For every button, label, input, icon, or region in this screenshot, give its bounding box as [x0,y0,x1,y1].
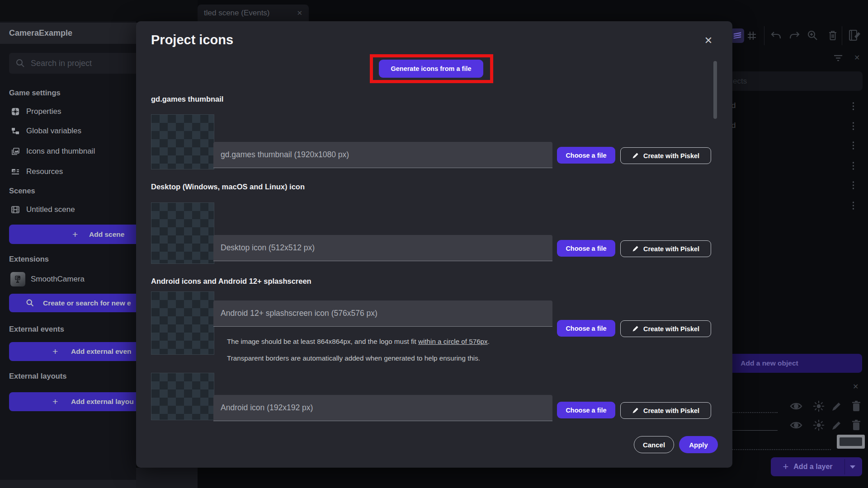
search-in-project-input[interactable]: Search in project [9,53,145,74]
panel-close-icon[interactable]: ✕ [854,53,860,62]
pen-icon [632,325,639,332]
sidebar-item-icons-and-thumbnail[interactable]: Icons and thumbnail [11,144,95,159]
object-row-menu-icon[interactable] [852,201,856,211]
add-external-events-button[interactable]: + Add external even [9,342,145,361]
piskel-label: Create with Piskel [643,152,699,160]
add-layer-label: Add a layer [793,463,832,471]
dialog-title: Project icons [151,33,233,47]
edit-scene-button[interactable] [848,29,862,42]
search-placeholder: Search in project [31,59,92,68]
sidebar-item-properties[interactable]: Properties [11,104,61,119]
choose-file-button[interactable]: Choose a file [557,402,615,418]
layer-edit-button[interactable] [831,420,842,431]
create-or-search-extension-button[interactable]: Create or search for new e [9,294,145,312]
scroll-thumb[interactable] [837,435,865,449]
layer-delete-button[interactable] [851,400,861,412]
instances-list-button[interactable] [731,28,744,43]
layer-visibility-button[interactable] [789,420,803,431]
sidebar-item-global-variables[interactable]: Global variables [11,123,81,139]
gear-icon [11,107,20,116]
create-with-piskel-button[interactable]: Create with Piskel [620,147,711,164]
helper-line-1: The image should be at least 864x864px, … [227,333,498,350]
trash-icon [851,419,861,431]
layer-edit-button[interactable] [831,401,842,412]
section-label-android: Android icons and Android 12+ splashscre… [151,277,311,286]
piskel-label: Create with Piskel [643,325,699,333]
android-splashscreen-input[interactable]: Android 12+ splashscreen icon (576x576 p… [213,300,552,327]
button-divider [844,459,845,474]
sidebar-item-label: Untitled scene [26,205,75,214]
choose-file-button[interactable]: Choose a file [557,320,615,337]
trash-icon [851,400,861,412]
zoom-in-button[interactable] [807,30,818,42]
chevron-down-icon[interactable] [850,465,855,469]
redo-button[interactable] [789,31,801,41]
add-scene-button[interactable]: + Add scene [9,225,145,244]
notebook-edit-icon [848,29,862,42]
layer-row-divider [732,412,778,413]
choose-file-button[interactable]: Choose a file [557,240,615,257]
grid-button[interactable] [746,30,757,41]
object-row-menu-icon[interactable] [852,141,856,150]
toolbar-separator [764,26,764,45]
layer-effects-button[interactable] [812,419,825,432]
filter-icon [833,54,843,62]
desktop-icon-input[interactable]: Desktop icon (512x512 px) [213,235,552,261]
sidebar-item-smoothcamera[interactable]: SmoothCamera [10,272,85,287]
section-external-events: External events [9,324,64,333]
section-external-layouts: External layouts [9,371,66,380]
effects-sun-icon [812,419,825,432]
add-external-layouts-button[interactable]: + Add external layou [9,392,145,411]
scene-film-icon [11,205,20,214]
create-with-piskel-button[interactable]: Create with Piskel [620,320,711,337]
layer-delete-button[interactable] [851,419,861,431]
helper-underlined-text: within a circle of 576px [418,338,488,345]
pen-icon [632,152,639,159]
dialog-scrollbar[interactable] [713,61,717,119]
dialog-close-icon[interactable]: ✕ [700,34,717,47]
eye-icon [789,401,803,412]
trash-icon [827,30,838,42]
create-with-piskel-button[interactable]: Create with Piskel [620,240,711,257]
create-with-piskel-button[interactable]: Create with Piskel [620,402,711,419]
resources-icon [11,167,20,176]
input-hint: gd.games thumbnail (868x488 px) [221,150,349,160]
object-row-menu-icon[interactable] [852,121,856,131]
sidebar-item-untitled-scene[interactable]: Untitled scene [11,202,75,217]
delete-button[interactable] [827,30,838,42]
layer-effects-button[interactable] [812,400,825,413]
input-hint: Android icon (192x192 px) [221,403,313,413]
plus-icon: + [783,461,788,473]
scroll-thumb-inner [840,437,862,446]
sidebar-item-label: Icons and thumbnail [26,147,95,156]
helper-line-2: Transparent borders are automatically ad… [227,350,498,366]
android-icon-input[interactable]: Android icon (192x192 px) [213,395,552,421]
layers-close-icon[interactable]: ✕ [853,382,859,391]
tab-untitled-scene-events[interactable]: tled scene (Events) ✕ [198,5,309,21]
sidebar-item-label: Resources [26,167,63,176]
object-row-menu-icon[interactable] [852,180,856,190]
zoom-in-icon [807,30,818,42]
object-row-menu-icon[interactable] [852,101,856,111]
input-hint: Android 12+ splashscreen icon (576x576 p… [221,309,377,318]
undo-button[interactable] [770,31,782,41]
sidebar-item-resources[interactable]: Resources [11,164,63,179]
annotation-highlight-rectangle [370,54,493,83]
project-title: CameraExample [9,28,72,38]
cancel-button[interactable]: Cancel [634,436,674,453]
android-splashscreen-helper: The image should be at least 864x864px, … [227,333,498,366]
apply-button[interactable]: Apply [679,436,718,453]
project-title-bar: CameraExample [0,23,145,44]
tab-close-icon[interactable]: ✕ [297,9,302,17]
layer-row-divider [732,430,778,431]
section-game-settings: Game settings [9,88,61,97]
search-icon [15,58,25,68]
layer-visibility-button[interactable] [789,401,803,412]
eye-icon [789,420,803,431]
choose-file-button[interactable]: Choose a file [557,147,615,164]
object-row-menu-icon[interactable] [852,161,856,171]
filter-button[interactable] [833,54,843,62]
desktop-icon-preview [151,202,214,264]
add-layer-button[interactable]: +Add a layer [771,457,862,476]
gdgames-thumbnail-input[interactable]: gd.games thumbnail (868x488 px) [213,142,552,168]
